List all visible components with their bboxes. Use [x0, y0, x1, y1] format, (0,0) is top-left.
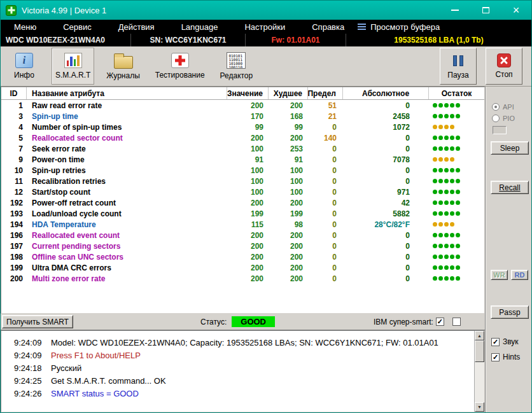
toolbar-button-testing[interactable]: Тестирование — [152, 48, 208, 85]
attr-name: Recalibration retries — [27, 176, 227, 186]
recall-button[interactable]: Recall — [491, 181, 529, 194]
attr-threshold: 0 — [308, 273, 343, 284]
sleep-button[interactable]: Sleep — [491, 141, 529, 155]
table-row[interactable]: 196Reallocated event count20020000 — [1, 230, 484, 241]
attr-name: Number of spin-up times — [27, 122, 227, 132]
health-dot — [456, 276, 460, 281]
table-row[interactable]: 7Seek error rate10025300 — [1, 143, 484, 154]
device-capacity: 1953525168 LBA (1,0 Tb) — [346, 34, 531, 46]
toolbar-button-editor[interactable]: 010101 110011 101000 100110 Редактор — [217, 48, 256, 85]
table-row[interactable]: 194HDA Temperature11598028°C/82°F — [1, 219, 484, 230]
table-row[interactable]: 9Power-on time919107078 — [1, 154, 484, 165]
attr-name: Spin-up time — [27, 111, 227, 122]
table-row[interactable]: 3Spin-up time170168212458 — [1, 111, 484, 122]
health-dot — [438, 103, 443, 108]
attr-name: Offline scan UNC sectors — [27, 251, 227, 262]
menu-item-actions[interactable]: Действия — [105, 22, 168, 32]
buffer-view-button[interactable]: Просмотр буфера — [358, 22, 440, 32]
sound-checkbox-row[interactable]: ✓ Звук — [491, 337, 519, 346]
log-scrollbar[interactable]: ▲ ▼ — [474, 331, 484, 412]
health-dot — [456, 265, 460, 270]
read-button[interactable]: RD — [511, 270, 528, 280]
attr-absolute: 0 — [343, 251, 429, 262]
log-entry: 9:24:18Русский — [1, 361, 474, 374]
menu-item-settings[interactable]: Настройки — [231, 22, 298, 32]
attr-id: 7 — [1, 143, 27, 154]
buffer-list-icon — [358, 24, 366, 25]
health-dot — [450, 125, 454, 129]
hex-editor-icon: 010101 110011 101000 100110 — [227, 52, 246, 69]
api-radio[interactable]: API — [492, 103, 514, 111]
attr-value: 200 — [227, 230, 269, 241]
pio-radio[interactable]: PIO — [492, 115, 515, 122]
table-row[interactable]: 11Recalibration retries10010000 — [1, 176, 484, 186]
health-dot — [433, 211, 437, 216]
toolbar-button-journals[interactable]: Журналы — [103, 48, 143, 85]
toolbar-button-info[interactable]: i Инфо — [6, 48, 43, 85]
hints-checkbox[interactable]: ✓ — [491, 353, 500, 361]
close-button[interactable]: × — [501, 1, 531, 20]
table-row[interactable]: 197Current pending sectors20020000 — [1, 241, 484, 251]
menu-item-menu[interactable]: Меню — [1, 22, 50, 32]
ibm-super-smart-label: IBM супер-smart: — [374, 318, 433, 326]
attr-health-dots — [429, 262, 484, 273]
log-entry: 9:24:09Press F1 to About/HELP — [1, 349, 474, 361]
table-row[interactable]: 198Offline scan UNC sectors20020000 — [1, 251, 484, 262]
attr-threshold: 51 — [308, 100, 343, 111]
health-dot — [450, 168, 454, 172]
maximize-button[interactable] — [470, 1, 501, 20]
pause-button[interactable]: Пауза — [440, 48, 477, 85]
health-dot — [433, 146, 437, 151]
minimize-button[interactable] — [440, 1, 470, 20]
scrollbar-track[interactable] — [475, 340, 484, 402]
toolbar-button-editor-label: Редактор — [220, 71, 253, 80]
sound-checkbox-label: Звук — [503, 337, 519, 346]
health-dot — [456, 190, 460, 194]
table-row[interactable]: 199Ultra DMA CRC errors20020000 — [1, 262, 484, 273]
attr-health-dots — [429, 186, 484, 197]
attr-id: 192 — [1, 197, 27, 208]
attr-id: 9 — [1, 154, 27, 165]
attr-health-dots — [429, 208, 484, 219]
attr-worst: 200 — [269, 197, 308, 208]
attr-threshold: 0 — [308, 176, 343, 186]
extra-checkbox[interactable] — [452, 318, 461, 326]
health-dot — [433, 244, 437, 248]
table-row[interactable]: 1Raw read error rate200200510 — [1, 100, 484, 111]
app-window: Victoria 4.99 | Device 1 × Меню Сервис Д… — [0, 0, 532, 413]
scroll-up-icon[interactable]: ▲ — [475, 331, 484, 340]
table-row[interactable]: 192Power-off retract count200200042 — [1, 197, 484, 208]
scroll-down-icon[interactable]: ▼ — [475, 402, 484, 412]
attr-worst: 200 — [269, 273, 308, 284]
table-row[interactable]: 10Spin-up retries10010000 — [1, 165, 484, 176]
table-row[interactable]: 12Start/stop count1001000971 — [1, 186, 484, 197]
left-column: ID Название атрибута Значение Худшее Пре… — [1, 87, 486, 412]
ibm-super-smart-checkbox[interactable]: ✓ — [436, 318, 444, 326]
menu-item-service[interactable]: Сервис — [50, 22, 105, 32]
attr-threshold: 140 — [308, 132, 343, 143]
health-dot — [450, 146, 454, 151]
attr-absolute: 2458 — [343, 111, 429, 122]
write-button[interactable]: WR — [491, 270, 508, 280]
table-row[interactable]: 4Number of spin-up times999901072 — [1, 122, 484, 132]
attr-worst: 99 — [269, 122, 308, 132]
toolbar-button-smart[interactable]: S.M.A.R.T — [52, 48, 94, 85]
health-dot — [444, 222, 449, 227]
stop-button[interactable]: Стоп — [486, 48, 522, 85]
table-row[interactable]: 193Load/unload cycle count19919905882 — [1, 208, 484, 219]
attr-id: 198 — [1, 251, 27, 262]
window-controls: × — [440, 1, 531, 20]
attr-name: Power-off retract count — [27, 197, 227, 208]
hints-checkbox-row[interactable]: ✓ Hints — [491, 353, 520, 361]
sound-checkbox[interactable]: ✓ — [491, 338, 500, 346]
col-header-threshold: Предел — [308, 87, 343, 99]
table-row[interactable]: 200Multi zone error rate20020000 — [1, 273, 484, 284]
table-row[interactable]: 5Reallocated sector count2002001400 — [1, 132, 484, 143]
menu-item-help[interactable]: Справка — [298, 22, 358, 32]
scrollbar-thumb[interactable] — [475, 340, 484, 362]
attr-worst: 100 — [269, 176, 308, 186]
health-dot — [444, 233, 449, 237]
get-smart-button[interactable]: Получить SMART — [2, 315, 73, 328]
passport-button[interactable]: Passp — [491, 305, 529, 319]
menu-item-language[interactable]: Language — [168, 22, 232, 32]
